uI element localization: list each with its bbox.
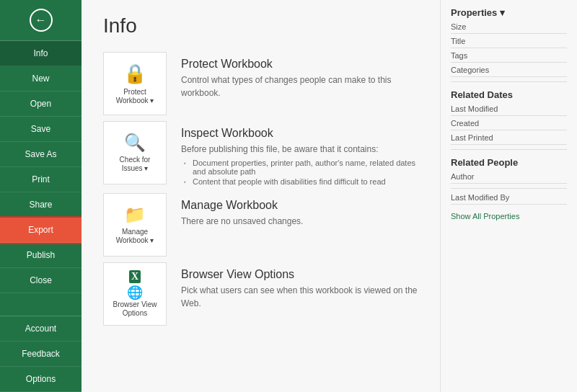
sidebar-item-export[interactable]: Export — [0, 218, 82, 243]
prop-last-printed-label: Last Printed — [451, 133, 567, 142]
main-area: Info 🔒 ProtectWorkbook ▾ Protect Workboo… — [82, 0, 577, 392]
prop-last-printed: Last Printed — [451, 133, 567, 145]
prop-created: Created — [451, 119, 567, 130]
manage-workbook-card: 📁 ManageWorkbook ▾ Manage Workbook There… — [103, 193, 418, 257]
prop-tags-label: Tags — [451, 51, 567, 60]
prop-title-label: Title — [451, 37, 567, 45]
page-title: Info — [103, 14, 418, 37]
browser-desc: Pick what users can see when this workbo… — [181, 284, 418, 310]
sidebar-item-publish[interactable]: Publish — [0, 243, 82, 268]
back-circle-icon: ← — [30, 9, 53, 32]
inspect-list-item-1: Document properties, printer path, autho… — [181, 159, 418, 176]
inspect-icon-label: Check forIssues ▾ — [120, 156, 151, 173]
check-icon: 🔍 — [124, 133, 146, 153]
show-all-properties-link[interactable]: Show All Properties — [451, 212, 567, 220]
manage-title: Manage Workbook — [181, 199, 418, 212]
prop-size: Size — [451, 22, 567, 34]
prop-author-value — [451, 181, 567, 184]
lock-icon: 🔒 — [123, 63, 146, 85]
prop-title: Title — [451, 37, 567, 48]
sidebar-item-account[interactable]: Account — [0, 316, 82, 342]
divider-1 — [451, 81, 567, 82]
folder-icon: 📁 — [124, 205, 146, 225]
related-people-title: Related People — [451, 157, 567, 168]
prop-last-modified-value — [451, 113, 567, 116]
prop-categories: Categories — [451, 66, 567, 77]
prop-last-modified: Last Modified — [451, 104, 567, 116]
prop-last-modified-by: Last Modified By — [451, 193, 567, 205]
protect-desc: Control what types of changes people can… — [181, 74, 418, 99]
protect-title: Protect Workbook — [181, 58, 418, 71]
browser-icon-label: Browser ViewOptions — [113, 300, 157, 318]
main-content: Info 🔒 ProtectWorkbook ▾ Protect Workboo… — [82, 0, 577, 392]
prop-created-value — [451, 128, 567, 130]
browser-content: Browser View Options Pick what users can… — [181, 262, 418, 310]
prop-categories-label: Categories — [451, 66, 567, 74]
prop-tags-value — [451, 60, 567, 63]
protect-workbook-card: 🔒 ProtectWorkbook ▾ Protect Workbook Con… — [103, 52, 418, 115]
back-button[interactable]: ← — [0, 0, 82, 41]
protect-workbook-button[interactable]: 🔒 ProtectWorkbook ▾ — [103, 52, 167, 115]
manage-workbook-button[interactable]: 📁 ManageWorkbook ▾ — [103, 193, 167, 257]
sidebar-item-share[interactable]: Share — [0, 192, 82, 218]
inspect-list: Document properties, printer path, autho… — [181, 159, 418, 186]
sidebar: ← Info New Open Save Save As Print Share… — [0, 0, 82, 392]
divider-2 — [451, 149, 567, 150]
globe-emoji: 🌐 — [127, 285, 143, 300]
sidebar-item-save[interactable]: Save — [0, 117, 82, 142]
properties-title[interactable]: Properties ▾ — [451, 7, 567, 18]
sidebar-item-open[interactable]: Open — [0, 92, 82, 117]
excel-globe-icon: X 🌐 — [127, 270, 143, 300]
sidebar-item-save-as[interactable]: Save As — [0, 142, 82, 167]
sidebar-item-feedback[interactable]: Feedback — [0, 342, 82, 367]
browser-view-button[interactable]: X 🌐 Browser ViewOptions — [103, 262, 167, 326]
sidebar-item-print[interactable]: Print — [0, 167, 82, 192]
sidebar-item-close[interactable]: Close — [0, 268, 82, 293]
divider-3 — [451, 188, 567, 189]
browser-title: Browser View Options — [181, 268, 418, 281]
inspect-workbook-button[interactable]: 🔍 Check forIssues ▾ — [103, 121, 167, 184]
sidebar-item-info[interactable]: Info — [0, 41, 82, 66]
prop-categories-value — [451, 74, 567, 77]
prop-title-value — [451, 45, 567, 48]
sidebar-item-new[interactable]: New — [0, 66, 82, 92]
related-dates-title: Related Dates — [451, 89, 567, 100]
prop-tags: Tags — [451, 51, 567, 63]
properties-panel: Properties ▾ Size Title Tags Categories … — [440, 0, 577, 392]
browser-view-card: X 🌐 Browser ViewOptions Browser View Opt… — [103, 262, 418, 326]
prop-size-value — [451, 31, 567, 34]
prop-author-label: Author — [451, 172, 567, 181]
prop-author: Author — [451, 172, 567, 184]
inspect-workbook-card: 🔍 Check forIssues ▾ Inspect Workbook Bef… — [103, 121, 418, 187]
inspect-desc: Before publishing this file, be aware th… — [181, 143, 418, 156]
inspect-list-item-2: Content that people with disabilities fi… — [181, 177, 418, 186]
prop-size-label: Size — [451, 22, 567, 31]
prop-last-modified-by-label: Last Modified By — [451, 193, 567, 202]
excel-letter: X — [129, 270, 141, 283]
manage-icon-label: ManageWorkbook ▾ — [116, 228, 154, 245]
prop-last-modified-by-value — [451, 202, 567, 205]
manage-content: Manage Workbook There are no unsaved cha… — [181, 193, 418, 228]
prop-last-printed-value — [451, 142, 567, 145]
protect-icon-label: ProtectWorkbook ▾ — [116, 88, 154, 105]
manage-desc: There are no unsaved changes. — [181, 215, 418, 228]
protect-content: Protect Workbook Control what types of c… — [181, 52, 418, 99]
info-area: Info 🔒 ProtectWorkbook ▾ Protect Workboo… — [82, 0, 440, 392]
prop-last-modified-label: Last Modified — [451, 104, 567, 113]
inspect-content: Inspect Workbook Before publishing this … — [181, 121, 418, 187]
prop-created-label: Created — [451, 119, 567, 128]
inspect-title: Inspect Workbook — [181, 127, 418, 140]
sidebar-item-options[interactable]: Options — [0, 367, 82, 392]
